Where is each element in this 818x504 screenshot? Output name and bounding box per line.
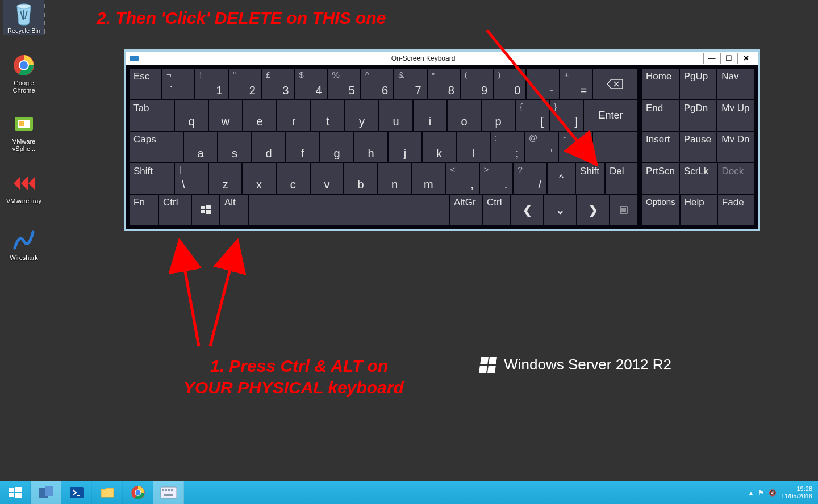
- taskbar-clock[interactable]: 19:28 11/05/2016: [781, 485, 812, 500]
- key-quote[interactable]: @': [525, 132, 558, 162]
- desktop-icon-chrome[interactable]: Google Chrome: [3, 52, 44, 94]
- key-e[interactable]: e: [243, 100, 276, 131]
- key-4[interactable]: $4: [295, 69, 327, 99]
- taskbar-server-manager[interactable]: [31, 481, 61, 504]
- key-6[interactable]: ^6: [361, 69, 393, 99]
- key-equals[interactable]: +=: [560, 69, 592, 99]
- window-maximize-button[interactable]: ☐: [720, 53, 737, 64]
- key-del[interactable]: Del: [606, 163, 637, 194]
- taskbar-powershell[interactable]: [61, 481, 92, 504]
- key-arrow-left[interactable]: ❮: [511, 195, 543, 225]
- key-r[interactable]: r: [277, 100, 310, 131]
- key-insert[interactable]: Insert: [642, 132, 679, 162]
- system-tray[interactable]: ▲ ⚑ 🔇 19:28 11/05/2016: [742, 481, 818, 504]
- key-bracket-close[interactable]: }]: [550, 100, 583, 131]
- key-comma[interactable]: <,: [446, 163, 479, 194]
- desktop-icon-recycle-bin[interactable]: Recycle Bin: [3, 0, 44, 35]
- key-k[interactable]: k: [423, 132, 456, 162]
- key-ctrl-left[interactable]: Ctrl: [159, 195, 191, 225]
- desktop-icon-vmware-vsphere[interactable]: VMware vSphe...: [3, 111, 44, 153]
- key-3[interactable]: £3: [262, 69, 294, 99]
- osk-titlebar[interactable]: On-Screen Keyboard — ☐ ✕: [126, 52, 758, 65]
- start-button[interactable]: [0, 481, 31, 504]
- key-pause[interactable]: Pause: [680, 132, 717, 162]
- key-ctrl-right[interactable]: Ctrl: [483, 195, 510, 225]
- key-period[interactable]: >.: [480, 163, 513, 194]
- key-nav[interactable]: Nav: [717, 69, 754, 99]
- key-n[interactable]: n: [378, 163, 411, 194]
- key-mvdn[interactable]: Mv Dn: [717, 132, 754, 162]
- tray-volume-icon[interactable]: 🔇: [769, 489, 777, 497]
- key-hash[interactable]: ~#: [559, 132, 592, 162]
- key-fn[interactable]: Fn: [130, 195, 158, 225]
- key-dock[interactable]: Dock: [718, 163, 754, 194]
- key-pgdn[interactable]: PgDn: [680, 100, 717, 131]
- taskbar-chrome[interactable]: [123, 481, 153, 504]
- key-esc[interactable]: Esc: [130, 69, 161, 99]
- key-tab[interactable]: Tab: [130, 100, 174, 131]
- key-options[interactable]: Options: [642, 195, 679, 225]
- key-f[interactable]: f: [286, 132, 319, 162]
- key-home[interactable]: Home: [642, 69, 679, 99]
- key-shift-right[interactable]: Shift: [576, 163, 604, 194]
- key-help[interactable]: Help: [681, 195, 717, 225]
- key-z[interactable]: z: [209, 163, 242, 194]
- tray-up-icon[interactable]: ▲: [748, 490, 754, 496]
- key-m[interactable]: m: [412, 163, 445, 194]
- key-altgr[interactable]: AltGr: [450, 195, 482, 225]
- key-semicolon[interactable]: :;: [491, 132, 524, 162]
- key-mvup[interactable]: Mv Up: [717, 100, 754, 131]
- taskbar-explorer[interactable]: [92, 481, 123, 504]
- key-fade[interactable]: Fade: [718, 195, 754, 225]
- window-close-button[interactable]: ✕: [737, 53, 754, 64]
- key-arrow-right[interactable]: ❯: [577, 195, 609, 225]
- key-2[interactable]: "2: [229, 69, 261, 99]
- key-w[interactable]: w: [209, 100, 242, 131]
- key-up-caret[interactable]: ^: [548, 163, 575, 194]
- key-j[interactable]: j: [389, 132, 421, 162]
- key-arrow-down[interactable]: ⌄: [544, 195, 576, 225]
- key-x[interactable]: x: [243, 163, 276, 194]
- key-backslash[interactable]: |\: [175, 163, 208, 194]
- key-backtick[interactable]: ¬`: [162, 69, 194, 99]
- key-9[interactable]: (9: [461, 69, 493, 99]
- key-backspace[interactable]: [593, 69, 637, 99]
- key-menu[interactable]: [610, 195, 637, 225]
- taskbar[interactable]: ▲ ⚑ 🔇 19:28 11/05/2016: [0, 481, 818, 504]
- key-caps[interactable]: Caps: [130, 132, 183, 162]
- key-b[interactable]: b: [344, 163, 377, 194]
- key-u[interactable]: u: [379, 100, 412, 131]
- key-p[interactable]: p: [482, 100, 515, 131]
- window-minimize-button[interactable]: —: [703, 53, 720, 64]
- key-slash[interactable]: ?/: [514, 163, 546, 194]
- taskbar-osk[interactable]: [153, 481, 184, 504]
- key-bracket-open[interactable]: {[: [516, 100, 549, 131]
- key-scrlk[interactable]: ScrLk: [680, 163, 716, 194]
- key-space[interactable]: [249, 195, 449, 225]
- key-d[interactable]: d: [252, 132, 285, 162]
- key-i[interactable]: i: [414, 100, 446, 131]
- key-0[interactable]: )0: [494, 69, 525, 99]
- key-enter-tail[interactable]: [593, 132, 637, 162]
- key-8[interactable]: *8: [428, 69, 460, 99]
- key-q[interactable]: q: [175, 100, 208, 131]
- key-minus[interactable]: _-: [527, 69, 558, 99]
- key-y[interactable]: y: [345, 100, 378, 131]
- key-t[interactable]: t: [311, 100, 344, 131]
- key-enter[interactable]: Enter: [584, 100, 637, 131]
- key-o[interactable]: o: [448, 100, 481, 131]
- key-shift-left[interactable]: Shift: [130, 163, 174, 194]
- key-l[interactable]: l: [457, 132, 490, 162]
- key-7[interactable]: &7: [394, 69, 426, 99]
- key-5[interactable]: %5: [328, 69, 360, 99]
- key-win[interactable]: [192, 195, 219, 225]
- tray-flag-icon[interactable]: ⚑: [758, 489, 764, 497]
- key-c[interactable]: c: [277, 163, 310, 194]
- key-pgup[interactable]: PgUp: [680, 69, 717, 99]
- desktop-icon-wireshark[interactable]: Wireshark: [3, 227, 44, 262]
- key-s[interactable]: s: [218, 132, 251, 162]
- key-a[interactable]: a: [184, 132, 217, 162]
- key-alt-left[interactable]: Alt: [220, 195, 248, 225]
- key-h[interactable]: h: [354, 132, 387, 162]
- desktop-icon-vmwaretray[interactable]: VMwareTray: [3, 170, 44, 205]
